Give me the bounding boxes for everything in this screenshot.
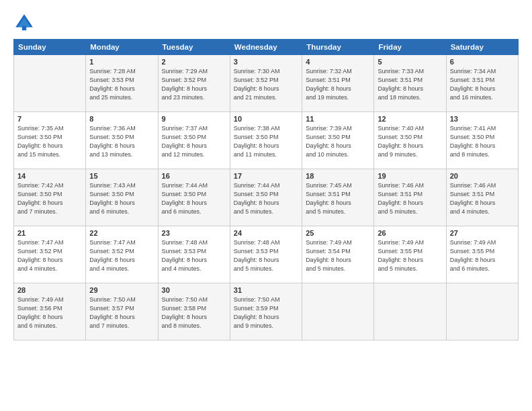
cell-info: Sunrise: 7:50 AM Sunset: 3:57 PM Dayligh… [89, 295, 154, 330]
cell-info: Sunrise: 7:33 AM Sunset: 3:51 PM Dayligh… [378, 67, 442, 102]
day-header-thursday: Thursday [302, 40, 374, 55]
logo-icon [13, 12, 35, 34]
calendar-cell: 28Sunrise: 7:49 AM Sunset: 3:56 PM Dayli… [14, 283, 86, 340]
day-number: 28 [17, 286, 82, 294]
day-header-monday: Monday [86, 40, 158, 55]
calendar-cell: 12Sunrise: 7:40 AM Sunset: 3:50 PM Dayli… [374, 112, 446, 169]
cell-info: Sunrise: 7:49 AM Sunset: 3:54 PM Dayligh… [306, 238, 370, 273]
calendar-cell: 31Sunrise: 7:50 AM Sunset: 3:59 PM Dayli… [230, 283, 302, 340]
cell-info: Sunrise: 7:30 AM Sunset: 3:52 PM Dayligh… [234, 67, 298, 102]
day-number: 17 [234, 172, 298, 180]
calendar-cell: 11Sunrise: 7:39 AM Sunset: 3:50 PM Dayli… [302, 112, 374, 169]
calendar-cell: 16Sunrise: 7:44 AM Sunset: 3:50 PM Dayli… [158, 169, 230, 226]
logo [13, 12, 38, 34]
day-number: 19 [378, 172, 442, 180]
day-number: 18 [306, 172, 370, 180]
day-number: 4 [306, 58, 370, 66]
calendar-cell [446, 283, 518, 340]
svg-rect-2 [22, 26, 26, 30]
calendar-cell: 7Sunrise: 7:35 AM Sunset: 3:50 PM Daylig… [14, 112, 86, 169]
day-number: 15 [89, 172, 154, 180]
day-number: 27 [450, 229, 515, 237]
day-number: 30 [162, 286, 226, 294]
cell-info: Sunrise: 7:49 AM Sunset: 3:55 PM Dayligh… [450, 238, 515, 273]
calendar-week-4: 21Sunrise: 7:47 AM Sunset: 3:52 PM Dayli… [14, 226, 519, 283]
cell-info: Sunrise: 7:28 AM Sunset: 3:53 PM Dayligh… [89, 67, 154, 102]
header-row: SundayMondayTuesdayWednesdayThursdayFrid… [14, 40, 519, 55]
cell-info: Sunrise: 7:32 AM Sunset: 3:51 PM Dayligh… [306, 67, 370, 102]
cell-info: Sunrise: 7:35 AM Sunset: 3:50 PM Dayligh… [17, 124, 82, 159]
day-number: 24 [234, 229, 298, 237]
calendar-cell: 14Sunrise: 7:42 AM Sunset: 3:50 PM Dayli… [14, 169, 86, 226]
day-number: 26 [378, 229, 442, 237]
calendar-cell: 10Sunrise: 7:38 AM Sunset: 3:50 PM Dayli… [230, 112, 302, 169]
cell-info: Sunrise: 7:34 AM Sunset: 3:51 PM Dayligh… [450, 67, 515, 102]
calendar-cell [374, 283, 446, 340]
calendar-cell: 24Sunrise: 7:48 AM Sunset: 3:53 PM Dayli… [230, 226, 302, 283]
calendar-cell: 23Sunrise: 7:48 AM Sunset: 3:53 PM Dayli… [158, 226, 230, 283]
day-number: 9 [162, 115, 226, 123]
cell-info: Sunrise: 7:50 AM Sunset: 3:58 PM Dayligh… [162, 295, 226, 330]
calendar-table: SundayMondayTuesdayWednesdayThursdayFrid… [13, 39, 519, 340]
day-number: 14 [17, 172, 82, 180]
day-number: 12 [378, 115, 442, 123]
calendar-cell: 9Sunrise: 7:37 AM Sunset: 3:50 PM Daylig… [158, 112, 230, 169]
cell-info: Sunrise: 7:44 AM Sunset: 3:50 PM Dayligh… [234, 181, 298, 216]
day-header-friday: Friday [374, 40, 446, 55]
calendar-week-3: 14Sunrise: 7:42 AM Sunset: 3:50 PM Dayli… [14, 169, 519, 226]
day-header-wednesday: Wednesday [230, 40, 302, 55]
calendar-cell: 17Sunrise: 7:44 AM Sunset: 3:50 PM Dayli… [230, 169, 302, 226]
day-header-sunday: Sunday [14, 40, 86, 55]
day-number: 20 [450, 172, 515, 180]
day-header-saturday: Saturday [446, 40, 518, 55]
day-number: 5 [378, 58, 442, 66]
day-number: 10 [234, 115, 298, 123]
calendar-cell: 1Sunrise: 7:28 AM Sunset: 3:53 PM Daylig… [86, 55, 158, 112]
cell-info: Sunrise: 7:37 AM Sunset: 3:50 PM Dayligh… [162, 124, 226, 159]
calendar-cell: 18Sunrise: 7:45 AM Sunset: 3:51 PM Dayli… [302, 169, 374, 226]
calendar-cell: 25Sunrise: 7:49 AM Sunset: 3:54 PM Dayli… [302, 226, 374, 283]
calendar-cell: 21Sunrise: 7:47 AM Sunset: 3:52 PM Dayli… [14, 226, 86, 283]
cell-info: Sunrise: 7:50 AM Sunset: 3:59 PM Dayligh… [234, 295, 298, 330]
calendar-cell: 2Sunrise: 7:29 AM Sunset: 3:52 PM Daylig… [158, 55, 230, 112]
day-number: 3 [234, 58, 298, 66]
calendar-cell: 4Sunrise: 7:32 AM Sunset: 3:51 PM Daylig… [302, 55, 374, 112]
cell-info: Sunrise: 7:48 AM Sunset: 3:53 PM Dayligh… [234, 238, 298, 273]
calendar-cell: 20Sunrise: 7:46 AM Sunset: 3:51 PM Dayli… [446, 169, 518, 226]
cell-info: Sunrise: 7:47 AM Sunset: 3:52 PM Dayligh… [17, 238, 82, 273]
calendar-cell: 5Sunrise: 7:33 AM Sunset: 3:51 PM Daylig… [374, 55, 446, 112]
page-container: SundayMondayTuesdayWednesdayThursdayFrid… [0, 0, 532, 347]
calendar-cell: 27Sunrise: 7:49 AM Sunset: 3:55 PM Dayli… [446, 226, 518, 283]
cell-info: Sunrise: 7:42 AM Sunset: 3:50 PM Dayligh… [17, 181, 82, 216]
calendar-week-5: 28Sunrise: 7:49 AM Sunset: 3:56 PM Dayli… [14, 283, 519, 340]
header [13, 12, 519, 34]
day-number: 25 [306, 229, 370, 237]
calendar-week-1: 1Sunrise: 7:28 AM Sunset: 3:53 PM Daylig… [14, 55, 519, 112]
calendar-cell [14, 55, 86, 112]
calendar-cell: 29Sunrise: 7:50 AM Sunset: 3:57 PM Dayli… [86, 283, 158, 340]
day-number: 11 [306, 115, 370, 123]
calendar-cell: 3Sunrise: 7:30 AM Sunset: 3:52 PM Daylig… [230, 55, 302, 112]
cell-info: Sunrise: 7:45 AM Sunset: 3:51 PM Dayligh… [306, 181, 370, 216]
cell-info: Sunrise: 7:36 AM Sunset: 3:50 PM Dayligh… [89, 124, 154, 159]
calendar-week-2: 7Sunrise: 7:35 AM Sunset: 3:50 PM Daylig… [14, 112, 519, 169]
cell-info: Sunrise: 7:41 AM Sunset: 3:50 PM Dayligh… [450, 124, 515, 159]
calendar-cell: 6Sunrise: 7:34 AM Sunset: 3:51 PM Daylig… [446, 55, 518, 112]
day-number: 31 [234, 286, 298, 294]
day-number: 13 [450, 115, 515, 123]
cell-info: Sunrise: 7:48 AM Sunset: 3:53 PM Dayligh… [162, 238, 226, 273]
day-number: 1 [89, 58, 154, 66]
calendar-cell: 19Sunrise: 7:46 AM Sunset: 3:51 PM Dayli… [374, 169, 446, 226]
day-number: 7 [17, 115, 82, 123]
day-number: 23 [162, 229, 226, 237]
calendar-cell: 13Sunrise: 7:41 AM Sunset: 3:50 PM Dayli… [446, 112, 518, 169]
day-number: 29 [89, 286, 154, 294]
calendar-cell: 26Sunrise: 7:49 AM Sunset: 3:55 PM Dayli… [374, 226, 446, 283]
cell-info: Sunrise: 7:38 AM Sunset: 3:50 PM Dayligh… [234, 124, 298, 159]
day-number: 6 [450, 58, 515, 66]
day-number: 21 [17, 229, 82, 237]
cell-info: Sunrise: 7:46 AM Sunset: 3:51 PM Dayligh… [450, 181, 515, 216]
cell-info: Sunrise: 7:46 AM Sunset: 3:51 PM Dayligh… [378, 181, 442, 216]
calendar-cell: 8Sunrise: 7:36 AM Sunset: 3:50 PM Daylig… [86, 112, 158, 169]
day-number: 2 [162, 58, 226, 66]
